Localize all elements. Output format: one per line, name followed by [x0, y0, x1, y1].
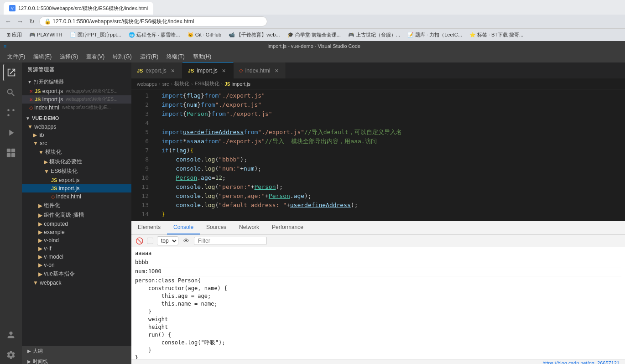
outline-header[interactable]: ▶ 大纲 — [22, 346, 131, 356]
tree-es6[interactable]: ▼ ES6模块化 — [22, 166, 131, 176]
tab-close-icon[interactable]: × — [220, 67, 228, 74]
menu-select[interactable]: 选择(S) — [56, 52, 82, 62]
tab-elements[interactable]: Elements — [131, 221, 167, 234]
bookmark-apps[interactable]: ⊞ 应用 — [4, 31, 25, 39]
menu-file[interactable]: 文件(F) — [4, 52, 29, 62]
open-file-index[interactable]: ◇ index.html webapps\src\模块化\E... — [22, 104, 131, 112]
tree-export-js[interactable]: JS export.js — [22, 176, 131, 184]
open-file-import[interactable]: ✕ JS import.js webapps\src\模块化\ES... — [22, 95, 131, 104]
tree-vue-basic[interactable]: ▶ vue基本指令 — [22, 269, 131, 279]
context-selector[interactable]: top — [157, 236, 178, 245]
activity-settings[interactable] — [3, 347, 19, 363]
tree-vif[interactable]: ▶ v-if — [22, 244, 131, 253]
tree-index-html[interactable]: ◇ index.html — [22, 192, 131, 201]
activity-search[interactable] — [3, 84, 19, 101]
clear-console-icon[interactable]: 🚫 — [135, 237, 143, 245]
bookmark-bt[interactable]: ⭐ 标签 · BT下载 搜哥... — [467, 31, 526, 39]
preserve-log-icon[interactable] — [147, 238, 153, 244]
menu-goto[interactable]: 转到(G) — [109, 52, 135, 62]
open-file-export[interactable]: ✕ JS export.js webapps\src\模块化\ES... — [22, 87, 131, 95]
code-line-6: import * as aaa from "./export.js" //导入 … — [161, 137, 625, 146]
activity-git[interactable] — [3, 104, 19, 121]
html-icon: ◇ — [29, 105, 33, 111]
bookmarks-bar: ⊞ 应用 🎮 PLAYWITH 📄 医疗PPT_医疗ppt... 🌐 远程仓库 … — [0, 28, 625, 41]
tree-webpack[interactable]: ▼ webpack — [22, 279, 131, 287]
tab-export-js[interactable]: JS export.js × — [131, 62, 182, 78]
sidebar: 资源管理器 ▼ 打开的编辑器 ✕ JS export.js webapps\sr… — [22, 62, 131, 364]
tree-lib[interactable]: ▶ lib — [22, 131, 131, 139]
tab-label: import.js — [197, 68, 217, 74]
activity-extensions[interactable] — [3, 145, 19, 161]
tree-example[interactable]: ▶ example — [22, 228, 131, 236]
html-file-icon: ◇ — [51, 194, 55, 200]
tab-console[interactable]: Console — [167, 221, 200, 234]
bookmark-qianfeng[interactable]: 📹 【千锋教育】web... — [226, 31, 282, 39]
tab-network[interactable]: Network — [233, 221, 266, 234]
right-content: JS export.js × JS import.js × ◇ index.ht… — [131, 62, 625, 364]
titlebar: ≡ import.js - vue-demo - Visual Studio C… — [0, 41, 625, 51]
vscode-logo: ≡ — [4, 43, 6, 49]
open-editors-header[interactable]: ▼ 打开的编辑器 — [22, 77, 131, 87]
bookmark-shangtang[interactable]: 🎓 尚学堂·前端全套课... — [285, 31, 344, 39]
timeline-header[interactable]: ▶ 时间线 — [22, 356, 131, 364]
tabs-bar: JS export.js × JS import.js × ◇ index.ht… — [131, 62, 625, 78]
bookmark-archage[interactable]: 🎮 上古世纪（台服）... — [345, 31, 403, 39]
tab-performance[interactable]: Performance — [266, 221, 310, 234]
activity-bar — [0, 62, 22, 364]
activity-explorer[interactable] — [3, 64, 19, 81]
tree-computed[interactable]: ▶ computed — [22, 220, 131, 228]
folder-icon: ▼ — [38, 149, 44, 156]
activity-run[interactable] — [3, 125, 19, 141]
bookmark-remote[interactable]: 🌐 远程仓库 - 廖雪峰... — [126, 31, 183, 39]
menu-terminal[interactable]: 终端(T) — [163, 52, 188, 62]
chevron-down-icon: ▼ — [26, 116, 30, 121]
bookmark-playwith[interactable]: 🎮 PLAYWITH — [26, 31, 65, 39]
tab-import-js[interactable]: JS import.js × — [182, 62, 234, 78]
code-line-13: console.log("default address: " + userde… — [161, 201, 625, 210]
tab-close-icon[interactable]: × — [169, 67, 177, 74]
eye-icon[interactable]: 👁 — [182, 237, 190, 245]
menu-view[interactable]: 查看(V) — [83, 52, 108, 62]
console-body: aaaaa bbbb num:1000 person:class Person{… — [131, 247, 625, 359]
folder-icon: ▶ — [38, 237, 42, 244]
reload-button[interactable]: ↻ — [27, 17, 36, 26]
editor-area: JS export.js × JS import.js × ◇ index.ht… — [131, 62, 625, 221]
code-line-4 — [161, 119, 625, 128]
address-bar[interactable]: 🔒 127.0.0.1:5500/webapps/src/模块化/ES6模块化/… — [39, 16, 267, 26]
bookmark-leetcode[interactable]: 📝 题库 · 力扣（LeetC... — [405, 31, 465, 39]
tree-zujianghua[interactable]: ▶ 组件化 — [22, 201, 131, 210]
tree-mokuaihua[interactable]: ▼ 模块化 — [22, 147, 131, 157]
active-tab[interactable]: V 127.0.0.1:5500/webapps/src/模块化/ES6模块化/… — [4, 2, 153, 15]
tab-sources[interactable]: Sources — [200, 221, 233, 234]
devtools-panel: Elements Console Sources Network Perform… — [131, 221, 625, 364]
menu-edit[interactable]: 编辑(E) — [30, 52, 55, 62]
menu-run[interactable]: 运行(R) — [136, 52, 162, 62]
tab-index-html[interactable]: ◇ index.html × — [234, 62, 286, 78]
vscode-body: 资源管理器 ▼ 打开的编辑器 ✕ JS export.js webapps\sr… — [0, 62, 625, 364]
svg-point-1 — [12, 109, 15, 111]
tab-close-icon[interactable]: × — [273, 67, 280, 74]
tree-vmodel[interactable]: ▶ v-model — [22, 253, 131, 261]
js-icon: JS — [35, 97, 41, 102]
tree-vbind[interactable]: ▶ v-bind — [22, 236, 131, 244]
back-button[interactable]: ← — [4, 17, 13, 26]
tree-src[interactable]: ▼ src — [22, 139, 131, 147]
bookmark-medical[interactable]: 📄 医疗PPT_医疗ppt... — [67, 31, 124, 39]
bookmark-github[interactable]: 🐱 Git · GitHub — [185, 31, 224, 39]
tree-import-js[interactable]: JS import.js — [22, 184, 131, 192]
folder-icon: ▶ — [38, 212, 42, 218]
folder-icon: ▶ — [38, 229, 42, 235]
filter-input[interactable] — [194, 237, 267, 245]
svg-point-0 — [7, 109, 10, 111]
project-header[interactable]: ▼ VUE-DEMO — [22, 114, 131, 123]
tree-von[interactable]: ▶ v-on — [22, 261, 131, 269]
tree-webapps[interactable]: ▼ webapps — [22, 123, 131, 131]
forward-button[interactable]: → — [16, 17, 25, 26]
code-content[interactable]: import {flag} from "./export.js" import … — [154, 89, 625, 221]
console-line-num: num:1000 — [135, 267, 621, 276]
tree-zujianghua-gaoji[interactable]: ▶ 组件化高级·插槽 — [22, 210, 131, 220]
menu-help[interactable]: 帮助(H) — [189, 52, 215, 62]
devtools-tabs: Elements Console Sources Network Perform… — [131, 221, 625, 235]
tree-mokuaihua-jichu[interactable]: ▶ 模块化必要性 — [22, 157, 131, 166]
activity-account[interactable] — [3, 327, 19, 343]
